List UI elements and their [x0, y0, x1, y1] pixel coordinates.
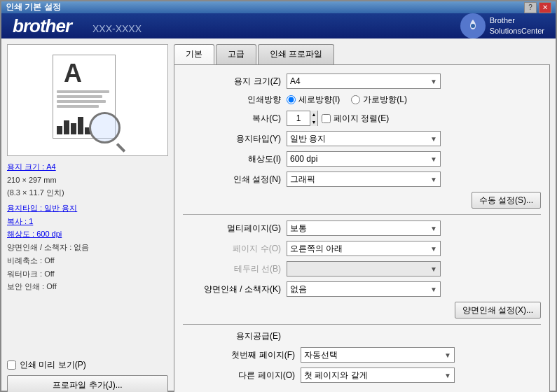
copies-spinbox[interactable]: ▲ ▼	[287, 111, 318, 126]
duplex-settings-row: 양면인쇄 설정(X)...	[183, 302, 541, 318]
resolution-value: 600 dpi	[290, 154, 317, 164]
svg-point-0	[471, 24, 475, 28]
tab-advanced[interactable]: 고급	[216, 44, 256, 64]
first-page-arrow: ▼	[444, 351, 451, 359]
right-panel: 기본 고급 인쇄 프로파일 용지 크기(Z) A4 ▼	[174, 44, 550, 392]
resolution-row: 해상도(I) 600 dpi ▼	[183, 151, 541, 167]
paper-type-link[interactable]: 용지타입 : 일반 용지	[7, 204, 77, 212]
add-profile-button[interactable]: 프로파일 추가(J)...	[7, 375, 168, 392]
portrait-label: 세로방향(I)	[298, 94, 340, 106]
manual-settings-button[interactable]: 수동 설정(S)...	[472, 192, 541, 209]
preview-checkbox-label: 인쇄 미리 보기(P)	[20, 359, 86, 371]
paper-size-info: 용지 크기 : A4 210 × 297 mm (8.3 × 11.7 인치)	[7, 160, 168, 200]
paper-type-arrow: ▼	[430, 135, 437, 143]
watermark-info: 워터마크 : Off	[7, 267, 168, 281]
first-page-row: 첫번째 페이지(F) 자동선택 ▼	[183, 347, 541, 363]
landscape-label: 가로방향(L)	[363, 94, 407, 106]
orientation-control: 세로방향(I) 가로방향(L)	[287, 94, 541, 106]
copies-input[interactable]	[287, 113, 310, 123]
resolution-link[interactable]: 해상도 : 600 dpi	[7, 230, 62, 238]
other-page-arrow: ▼	[444, 372, 451, 379]
duplex-select[interactable]: 없음 ▼	[287, 281, 441, 297]
duplex-label: 양면인쇄 / 소책자(K)	[183, 284, 281, 295]
copies-control: ▲ ▼ 페이지 정렬(E)	[287, 111, 541, 126]
paper-size-value: A4	[290, 76, 301, 86]
paper-source-row: 용지공급(E)	[183, 330, 541, 342]
page-order-row: 페이지 수(O) 오른쪽의 아래 ▼	[183, 241, 541, 256]
paper-size-row: 용지 크기(Z) A4 ▼	[183, 74, 541, 89]
duplex-text: 양면인쇄 / 소책자 : 없음	[7, 243, 89, 251]
title-bar-controls: ? ✕	[524, 2, 551, 13]
border-arrow: ▼	[430, 265, 437, 273]
multipage-arrow: ▼	[430, 225, 437, 232]
page-order-select[interactable]: 오른쪽의 아래 ▼	[287, 241, 441, 256]
tab-basic[interactable]: 기본	[174, 44, 214, 64]
paper-size-arrow: ▼	[430, 78, 437, 85]
duplex-settings-button[interactable]: 양면인쇄 설정(X)...	[455, 302, 541, 318]
security-text: 보안 인쇄 : Off	[7, 282, 57, 290]
page-sort-checkbox[interactable]	[322, 114, 331, 123]
copies-link[interactable]: 복사 : 1	[7, 217, 33, 225]
copies-info: 복사 : 1	[7, 215, 168, 228]
tabs: 기본 고급 인쇄 프로파일	[174, 44, 550, 64]
preview-lines	[57, 90, 113, 110]
resolution-select[interactable]: 600 dpi ▼	[287, 151, 441, 167]
resolution-label: 해상도(I)	[183, 153, 281, 165]
magnify-handle	[116, 143, 125, 152]
scale-text: 비례축소 : Off	[7, 256, 55, 265]
paper-size-control: A4 ▼	[287, 74, 541, 89]
paper-size-select[interactable]: A4 ▼	[287, 74, 441, 89]
tab-content: 용지 크기(Z) A4 ▼ 인쇄방향	[174, 64, 550, 392]
border-control: ▼	[287, 261, 541, 276]
other-page-value: 첫 페이지와 같게	[304, 370, 368, 382]
spin-up[interactable]: ▲	[310, 111, 317, 118]
other-page-select[interactable]: 첫 페이지와 같게 ▼	[301, 368, 455, 383]
manual-btn-row: 수동 설정(S)...	[183, 192, 541, 209]
orientation-label: 인쇄방향	[183, 94, 281, 106]
resolution-info: 해상도 : 600 dpi	[7, 227, 168, 241]
paper-source-label: 용지공급(E)	[183, 330, 281, 342]
duplex-info: 양면인쇄 / 소책자 : 없음	[7, 241, 168, 254]
multipage-label: 멀티페이지(G)	[183, 223, 281, 234]
duplex-value: 없음	[290, 284, 307, 295]
multipage-row: 멀티페이지(G) 보통 ▼	[183, 220, 541, 236]
help-button[interactable]: ?	[524, 2, 537, 13]
multipage-select[interactable]: 보통 ▼	[287, 220, 441, 236]
paper-size-label: 용지 크기(Z)	[183, 76, 281, 88]
paper-type-control: 일반 용지 ▼	[287, 131, 541, 146]
main-area: A	[1, 38, 556, 392]
duplex-arrow: ▼	[430, 286, 437, 293]
first-page-value: 자동선택	[304, 349, 338, 361]
resolution-arrow: ▼	[430, 155, 437, 163]
separator-1	[183, 214, 541, 215]
paper-type-select[interactable]: 일반 용지 ▼	[287, 131, 441, 146]
separator-2	[183, 324, 541, 325]
print-setting-select[interactable]: 그래픽 ▼	[287, 172, 441, 187]
landscape-radio[interactable]	[351, 95, 360, 104]
preview-box: A	[7, 44, 168, 156]
page-order-value: 오른쪽의 아래	[290, 243, 343, 255]
left-buttons: 프로파일 추가(J)... 지원(U)...	[7, 375, 168, 392]
left-panel: A	[7, 44, 168, 392]
tab-profile[interactable]: 인쇄 프로파일	[258, 44, 334, 64]
copies-label: 복사(C)	[183, 113, 281, 125]
watermark-text: 워터마크 : Off	[7, 270, 55, 278]
multipage-control: 보통 ▼	[287, 220, 541, 236]
preview-checkbox[interactable]	[7, 360, 16, 370]
paper-dim: 210 × 297 mm	[7, 176, 57, 184]
title-bar: 인쇄 기본 설정 ? ✕	[1, 1, 556, 13]
info-panel: 용지 크기 : A4 210 × 297 mm (8.3 × 11.7 인치) …	[7, 160, 168, 352]
header-bar: brother XXX-XXXX Brother SolutionsCenter	[1, 13, 556, 38]
solutions-center[interactable]: Brother SolutionsCenter	[460, 13, 544, 38]
border-select[interactable]: ▼	[287, 261, 441, 276]
close-button[interactable]: ✕	[539, 2, 551, 13]
print-setting-row: 인쇄 설정(N) 그래픽 ▼	[183, 172, 541, 187]
paper-size-link[interactable]: 용지 크기 : A4	[7, 162, 56, 171]
print-setting-arrow: ▼	[430, 176, 437, 183]
page-sort-label: 페이지 정렬(E)	[333, 113, 389, 125]
spin-down[interactable]: ▼	[310, 118, 317, 126]
first-page-select[interactable]: 자동선택 ▼	[301, 347, 455, 363]
portrait-radio[interactable]	[287, 95, 296, 104]
print-setting-value: 그래픽	[290, 174, 315, 186]
magnify-glass	[89, 112, 121, 144]
